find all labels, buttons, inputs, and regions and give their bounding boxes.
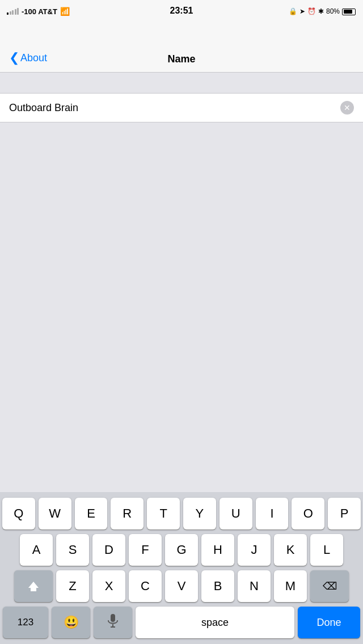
keyboard-row-2: A S D F G H J K L xyxy=(2,534,361,566)
key-n[interactable]: N xyxy=(238,570,271,602)
key-r[interactable]: R xyxy=(111,498,143,529)
battery-icon xyxy=(342,7,356,15)
key-w[interactable]: W xyxy=(39,498,71,529)
content-area xyxy=(0,122,363,315)
keyboard: Q W E R T Y U I O P A S D F G H J K L Z … xyxy=(0,492,363,644)
key-q[interactable]: Q xyxy=(2,498,35,529)
key-i[interactable]: I xyxy=(256,498,289,529)
numbers-label: 123 xyxy=(18,617,33,628)
key-z[interactable]: Z xyxy=(56,570,89,602)
key-o[interactable]: O xyxy=(292,498,324,529)
key-j[interactable]: J xyxy=(238,534,271,566)
alarm-icon: ⏰ xyxy=(307,7,316,15)
signal-bars xyxy=(7,7,19,16)
nav-title: Name xyxy=(167,53,195,65)
key-m[interactable]: M xyxy=(274,570,307,602)
status-right-area: 🔒 ➤ ⏰ ✱ 80% xyxy=(289,7,356,15)
space-label: space xyxy=(201,617,229,629)
keyboard-row-3: Z X C V B N M ⌫ xyxy=(2,570,361,602)
key-t[interactable]: T xyxy=(147,498,180,529)
lock-icon: 🔒 xyxy=(289,7,297,15)
emoji-key[interactable]: 😃 xyxy=(52,607,90,638)
keyboard-bottom-row: 123 😃 space Done xyxy=(2,607,361,638)
key-b[interactable]: B xyxy=(201,570,234,602)
status-carrier: -100 AT&T 📶 xyxy=(7,7,70,16)
backspace-key[interactable]: ⌫ xyxy=(310,570,349,602)
name-input[interactable] xyxy=(9,102,340,114)
emoji-icon: 😃 xyxy=(64,615,79,630)
chevron-left-icon: ❮ xyxy=(9,52,19,64)
status-bar: -100 AT&T 📶 23:51 🔒 ➤ ⏰ ✱ 80% xyxy=(0,0,363,23)
shift-icon xyxy=(28,582,39,591)
nav-bar: ❮ About Name xyxy=(0,23,363,73)
key-f[interactable]: F xyxy=(129,534,162,566)
key-y[interactable]: Y xyxy=(183,498,216,529)
back-button[interactable]: ❮ About xyxy=(5,49,52,66)
key-e[interactable]: E xyxy=(75,498,108,529)
key-c[interactable]: C xyxy=(129,570,162,602)
svg-rect-0 xyxy=(111,614,115,622)
done-key[interactable]: Done xyxy=(298,607,360,638)
key-l[interactable]: L xyxy=(310,534,343,566)
clear-button[interactable]: ✕ xyxy=(340,101,354,115)
numbers-key[interactable]: 123 xyxy=(3,607,48,638)
key-u[interactable]: U xyxy=(220,498,252,529)
backspace-icon: ⌫ xyxy=(323,580,337,592)
key-a[interactable]: A xyxy=(20,534,53,566)
key-v[interactable]: V xyxy=(165,570,198,602)
bluetooth-icon: ✱ xyxy=(318,7,324,15)
carrier-text: -100 AT&T xyxy=(22,7,57,16)
mic-key[interactable] xyxy=(94,607,132,638)
wifi-icon: 📶 xyxy=(60,7,70,16)
key-g[interactable]: G xyxy=(165,534,198,566)
section-gap-top xyxy=(0,73,363,93)
key-x[interactable]: X xyxy=(92,570,125,602)
key-s[interactable]: S xyxy=(56,534,89,566)
space-key[interactable]: space xyxy=(136,607,294,638)
shift-key[interactable] xyxy=(14,570,53,602)
back-label: About xyxy=(20,52,47,64)
battery-percent: 80% xyxy=(326,7,340,15)
key-h[interactable]: H xyxy=(201,534,234,566)
status-time: 23:51 xyxy=(170,6,193,16)
key-d[interactable]: D xyxy=(92,534,125,566)
key-k[interactable]: K xyxy=(274,534,307,566)
keyboard-row-1: Q W E R T Y U I O P xyxy=(2,498,361,529)
done-label: Done xyxy=(316,617,341,629)
mic-icon xyxy=(107,614,119,631)
location-icon: ➤ xyxy=(299,7,305,15)
input-row: ✕ xyxy=(0,93,363,122)
key-p[interactable]: P xyxy=(328,498,361,529)
